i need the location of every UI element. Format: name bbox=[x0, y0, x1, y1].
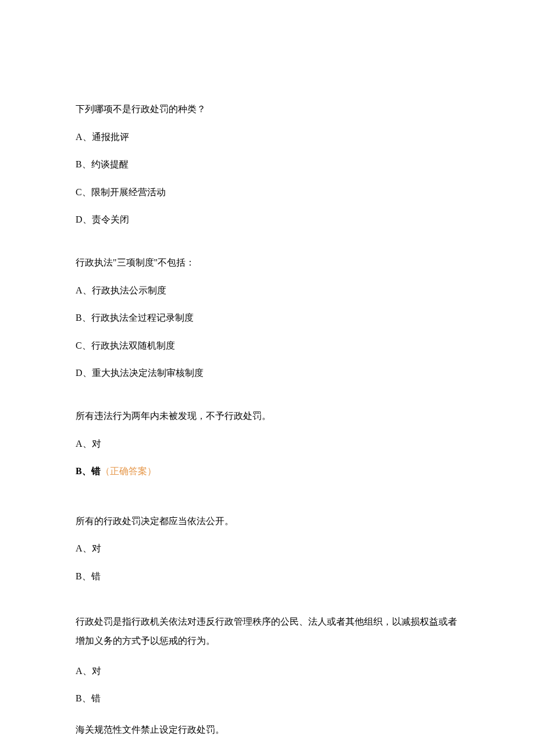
option-label: D、 bbox=[76, 368, 92, 378]
question-block: 下列哪项不是行政处罚的种类？ A、通报批评 B、约谈提醒 C、限制开展经营活动 … bbox=[76, 102, 459, 227]
option-label: B、 bbox=[76, 466, 91, 476]
option: C、限制开展经营活动 bbox=[76, 185, 459, 200]
option-label: C、 bbox=[76, 187, 91, 197]
option: B、错 bbox=[76, 569, 459, 584]
question-text: 行政处罚是指行政机关依法对违反行政管理秩序的公民、法人或者其他组织，以减损权益或… bbox=[76, 612, 459, 651]
option-text: 限制开展经营活动 bbox=[91, 187, 166, 197]
option-text: 行政执法全过程记录制度 bbox=[91, 313, 194, 323]
option-label: C、 bbox=[76, 341, 91, 350]
option-label: A、 bbox=[76, 132, 92, 142]
option-label: A、 bbox=[76, 543, 92, 553]
option-text: 责令关闭 bbox=[92, 214, 129, 224]
question-text: 海关规范性文件禁止设定行政处罚。 bbox=[76, 722, 459, 737]
option-label: A、 bbox=[76, 285, 92, 295]
option: A、对 bbox=[76, 436, 459, 452]
option-label: B、 bbox=[76, 159, 91, 169]
option: D、重大执法决定法制审核制度 bbox=[76, 366, 459, 381]
option-label: B、 bbox=[76, 571, 91, 581]
option-text: 错 bbox=[91, 571, 101, 581]
option-text: 重大执法决定法制审核制度 bbox=[92, 368, 204, 378]
option-text: 对 bbox=[92, 543, 101, 553]
document-page: 下列哪项不是行政处罚的种类？ A、通报批评 B、约谈提醒 C、限制开展经营活动 … bbox=[0, 0, 535, 756]
option: B、错（正确答案） bbox=[76, 464, 459, 479]
option-text: 错 bbox=[91, 693, 101, 703]
question-block: 行政处罚是指行政机关依法对违反行政管理秩序的公民、法人或者其他组织，以减损权益或… bbox=[76, 612, 459, 706]
option-text: 约谈提醒 bbox=[91, 159, 129, 169]
option-label: B、 bbox=[76, 693, 91, 703]
question-text: 所有违法行为两年内未被发现，不予行政处罚。 bbox=[76, 409, 459, 424]
correct-answer-label: （正确答案） bbox=[101, 466, 156, 476]
option-text: 通报批评 bbox=[92, 132, 129, 142]
question-text: 所有的行政处罚决定都应当依法公开。 bbox=[76, 514, 459, 529]
option-text: 行政执法双随机制度 bbox=[91, 341, 175, 350]
option: C、行政执法双随机制度 bbox=[76, 338, 459, 353]
option: A、行政执法公示制度 bbox=[76, 283, 459, 298]
option-label: A、 bbox=[76, 666, 92, 676]
question-block: 行政执法"三项制度"不包括： A、行政执法公示制度 B、行政执法全过程记录制度 … bbox=[76, 255, 459, 381]
option-text: 对 bbox=[92, 439, 101, 449]
option-text: 错 bbox=[91, 466, 101, 476]
option: B、错 bbox=[76, 691, 459, 706]
option-label: A、 bbox=[76, 439, 92, 449]
option: B、约谈提醒 bbox=[76, 157, 459, 172]
question-block: 所有的行政处罚决定都应当依法公开。 A、对 B、错 bbox=[76, 514, 459, 584]
option: B、行政执法全过程记录制度 bbox=[76, 310, 459, 325]
option-label: D、 bbox=[76, 214, 92, 224]
option: A、对 bbox=[76, 541, 459, 556]
question-block: 所有违法行为两年内未被发现，不予行政处罚。 A、对 B、错（正确答案） bbox=[76, 409, 459, 479]
option: D、责令关闭 bbox=[76, 212, 459, 227]
option-label: B、 bbox=[76, 313, 91, 323]
option: A、通报批评 bbox=[76, 130, 459, 145]
option-text: 行政执法公示制度 bbox=[92, 285, 166, 295]
question-block: 海关规范性文件禁止设定行政处罚。 bbox=[76, 722, 459, 737]
question-text: 行政执法"三项制度"不包括： bbox=[76, 255, 459, 270]
option: A、对 bbox=[76, 664, 459, 679]
question-text: 下列哪项不是行政处罚的种类？ bbox=[76, 102, 459, 117]
option-text: 对 bbox=[92, 666, 101, 676]
